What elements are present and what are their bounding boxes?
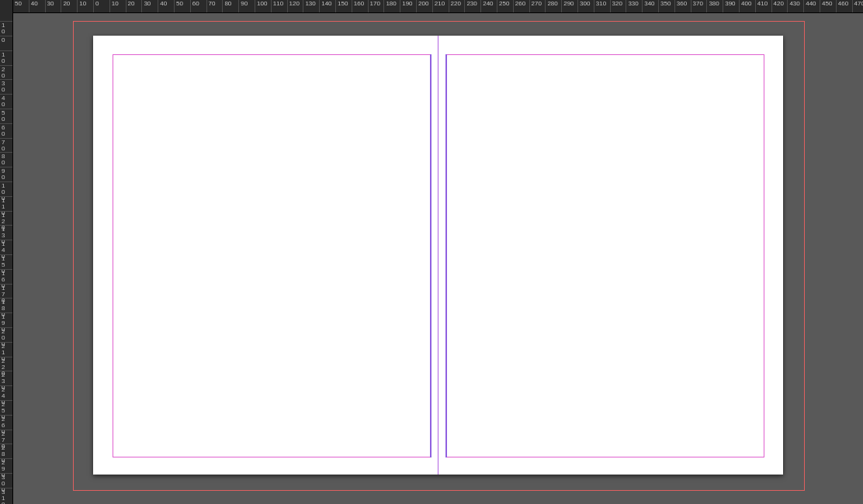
v-ruler-label: 50 [2, 110, 5, 123]
h-ruler-tick: 140 [319, 0, 320, 12]
v-ruler-tick: 310 [0, 488, 12, 488]
h-ruler-label: 130 [305, 1, 315, 7]
h-ruler-tick: 430 [787, 0, 788, 12]
h-ruler-tick: 120 [287, 0, 288, 12]
h-ruler-tick: 20 [126, 0, 127, 12]
h-ruler-tick: 370 [691, 0, 691, 12]
h-ruler-tick: 130 [303, 0, 303, 12]
h-ruler-tick: 230 [464, 0, 465, 12]
h-ruler-tick: 150 [335, 0, 336, 12]
v-ruler-tick: 40 [0, 94, 12, 95]
h-ruler-tick: 0 [93, 0, 94, 12]
v-ruler-tick: 100 [0, 181, 12, 182]
h-ruler-tick: 410 [755, 0, 756, 12]
v-ruler-tick: 50 [0, 109, 12, 109]
spine-guide [438, 36, 438, 475]
h-ruler-label: 60 [192, 1, 199, 7]
h-ruler-tick: 260 [513, 0, 514, 12]
h-ruler-label: 340 [644, 1, 654, 7]
v-ruler-tick: 160 [0, 269, 12, 270]
h-ruler-label: 150 [338, 1, 348, 7]
v-ruler-tick: 120 [0, 211, 12, 212]
h-ruler-tick: 460 [836, 0, 837, 12]
v-ruler-tick: 270 [0, 430, 12, 430]
h-ruler-label: 110 [273, 1, 283, 7]
h-ruler-tick: 220 [449, 0, 449, 12]
h-ruler-label: 300 [580, 1, 590, 7]
horizontal-ruler[interactable]: 5040302010010203040506070809010011012013… [0, 0, 863, 13]
v-ruler-tick: 110 [0, 196, 12, 197]
v-ruler-tick: 130 [0, 225, 12, 226]
h-ruler-tick: 420 [771, 0, 772, 12]
v-ruler-label: 10 [2, 52, 5, 64]
h-ruler-label: 80 [224, 1, 231, 7]
h-ruler-tick: 360 [674, 0, 675, 12]
vertical-ruler[interactable]: 1001020304050607080901001101201301401501… [0, 0, 13, 504]
h-ruler-tick: 40 [29, 0, 29, 12]
left-column-guide [430, 54, 432, 457]
v-ruler-tick: 230 [0, 371, 12, 371]
v-ruler-tick: 150 [0, 254, 12, 255]
h-ruler-label: 30 [144, 1, 151, 7]
h-ruler-label: 10 [112, 1, 119, 7]
h-ruler-tick: 470 [852, 0, 853, 12]
v-ruler-tick: 10 [0, 21, 12, 22]
h-ruler-label: 380 [709, 1, 719, 7]
h-ruler-label: 360 [677, 1, 687, 7]
h-ruler-label: 460 [838, 1, 848, 7]
h-ruler-label: 330 [628, 1, 638, 7]
v-ruler-label: 10 [2, 22, 5, 35]
v-ruler-label: 80 [2, 154, 5, 166]
h-ruler-tick: 170 [368, 0, 369, 12]
h-ruler-label: 240 [483, 1, 493, 7]
h-ruler-tick: 90 [238, 0, 239, 12]
v-ruler-tick: 30 [0, 79, 12, 80]
h-ruler-tick: 200 [416, 0, 417, 12]
h-ruler-label: 470 [854, 1, 863, 7]
h-ruler-tick: 350 [658, 0, 659, 12]
h-ruler-label: 180 [386, 1, 396, 7]
v-ruler-tick: 70 [0, 138, 12, 139]
v-ruler-tick: 290 [0, 458, 12, 459]
h-ruler-tick: 100 [255, 0, 255, 12]
h-ruler-tick: 300 [577, 0, 578, 12]
h-ruler-tick: 450 [820, 0, 820, 12]
h-ruler-tick: 30 [45, 0, 46, 12]
h-ruler-label: 400 [741, 1, 751, 7]
right-page-margin-guide [446, 54, 764, 457]
h-ruler-label: 450 [822, 1, 832, 7]
h-ruler-tick: 10 [109, 0, 110, 12]
v-ruler-tick: 60 [0, 123, 12, 124]
v-ruler-tick: 90 [0, 167, 12, 167]
left-page-margin-guide [113, 54, 431, 457]
h-ruler-label: 430 [789, 1, 799, 7]
h-ruler-tick: 340 [642, 0, 643, 12]
v-ruler-tick: 80 [0, 152, 12, 153]
v-ruler-tick: 140 [0, 240, 12, 240]
v-ruler-tick: 190 [0, 312, 12, 313]
h-ruler-label: 20 [63, 1, 70, 7]
h-ruler-label: 170 [370, 1, 380, 7]
h-ruler-tick: 50 [174, 0, 175, 12]
v-ruler-label: 0 [2, 37, 5, 43]
v-ruler-tick: 10 [0, 50, 12, 51]
h-ruler-label: 280 [547, 1, 557, 7]
h-ruler-tick: 40 [158, 0, 158, 12]
h-ruler-label: 50 [176, 1, 183, 7]
v-ruler-label: 60 [2, 125, 5, 137]
h-ruler-label: 140 [321, 1, 331, 7]
h-ruler-label: 30 [47, 1, 54, 7]
h-ruler-label: 350 [660, 1, 671, 7]
v-ruler-tick: 180 [0, 298, 12, 299]
page-spread[interactable] [93, 36, 783, 475]
h-ruler-label: 10 [79, 1, 86, 7]
h-ruler-tick: 160 [352, 0, 352, 12]
v-ruler-tick: 250 [0, 400, 12, 401]
h-ruler-tick: 30 [141, 0, 142, 12]
h-ruler-label: 20 [128, 1, 135, 7]
h-ruler-label: 90 [241, 1, 248, 7]
h-ruler-label: 200 [418, 1, 428, 7]
h-ruler-label: 220 [451, 1, 461, 7]
h-ruler-label: 290 [563, 1, 574, 7]
h-ruler-tick: 240 [480, 0, 481, 12]
